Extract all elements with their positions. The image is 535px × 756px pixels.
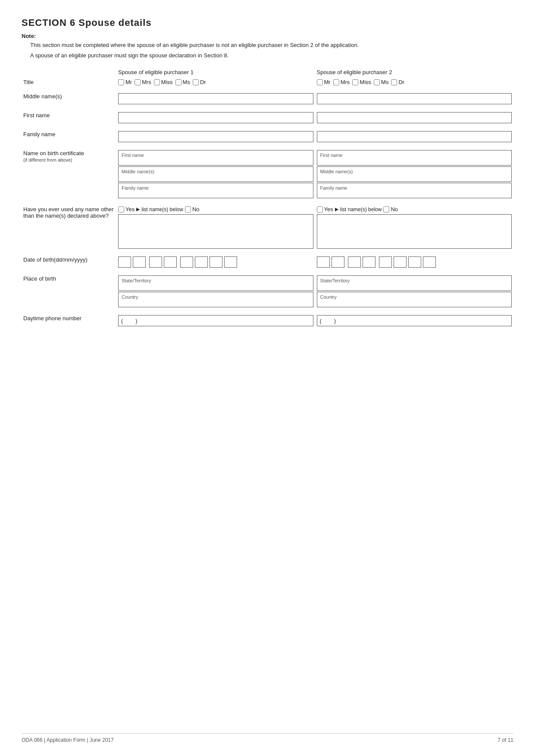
place-birth-inputs-2: State/Territory Country: [317, 275, 512, 307]
note-text-2: A spouse of an eligible purchaser must s…: [30, 51, 513, 60]
title-label: Title: [22, 77, 116, 87]
section-title: SECTION 6 Spouse details: [22, 17, 513, 28]
birth-cert-firstname-2[interactable]: [317, 150, 512, 166]
middle-name-label: Middle name(s): [22, 91, 116, 106]
birth-cert-familyname-1[interactable]: [118, 183, 313, 198]
title-checkboxes-1: Mr Mrs Miss Ms Dr: [118, 79, 313, 85]
checkbox-miss-1[interactable]: Miss: [154, 79, 173, 85]
footer-right: 7 of 11: [497, 737, 513, 743]
phone-input-1[interactable]: ( ): [118, 315, 313, 326]
col2-header: Spouse of eligible purchaser 2: [315, 67, 514, 77]
dob-year1-2[interactable]: [379, 256, 392, 268]
dob-month2-2[interactable]: [363, 256, 375, 268]
note-label: Note:: [22, 33, 513, 39]
birth-cert-middlename-2[interactable]: [317, 166, 512, 182]
checkbox-mrs-2[interactable]: Mrs: [333, 79, 350, 85]
other-names-yes-no-1: Yes ▶ list name(s) below No: [118, 206, 313, 212]
dob-label: Date of birth(dd/mm/yyyy): [22, 255, 116, 269]
dob-year2-2[interactable]: [394, 256, 407, 268]
dob-year2-1[interactable]: [195, 256, 208, 268]
family-name-input-1[interactable]: [118, 131, 313, 142]
dob-year3-2[interactable]: [408, 256, 421, 268]
dob-year4-2[interactable]: [423, 256, 436, 268]
dob-inputs-1: [118, 256, 313, 268]
place-of-birth-label: Place of birth: [22, 274, 116, 309]
place-birth-state-2[interactable]: [317, 275, 512, 291]
family-name-input-2[interactable]: [317, 131, 512, 142]
note-text-1: This section must be completed where the…: [30, 41, 513, 50]
other-names-yes-checkbox-2[interactable]: Yes: [317, 206, 333, 212]
other-names-no-checkbox-1[interactable]: No: [185, 206, 200, 212]
other-names-yes-checkbox-1[interactable]: Yes: [118, 206, 135, 212]
place-birth-country-2[interactable]: [317, 292, 512, 307]
birth-cert-inputs-1: First name Middle name(s) Family name: [118, 150, 313, 198]
checkbox-mrs-1[interactable]: Mrs: [135, 79, 151, 85]
col1-header: Spouse of eligible purchaser 1: [116, 67, 315, 77]
other-names-no-checkbox-2[interactable]: No: [383, 206, 398, 212]
place-birth-country-1[interactable]: [118, 292, 313, 307]
other-names-yes-no-2: Yes ▶ list name(s) below No: [317, 206, 512, 212]
place-birth-inputs-1: State/Territory Country: [118, 275, 313, 307]
dob-day2-1[interactable]: [133, 256, 146, 268]
other-names-textarea-2[interactable]: [317, 214, 512, 249]
dob-year4-1[interactable]: [224, 256, 237, 268]
checkbox-dr-1[interactable]: Dr: [193, 79, 206, 85]
other-names-textarea-1[interactable]: [118, 214, 313, 249]
first-name-label: First name: [22, 110, 116, 125]
dob-day-2[interactable]: [317, 256, 330, 268]
middle-name-input-1[interactable]: [118, 93, 313, 104]
footer: ODA 066 | Application Form | June 2017 7…: [22, 733, 513, 743]
first-name-input-1[interactable]: [118, 112, 313, 123]
other-names-label: Have you ever used any name other than t…: [22, 204, 116, 250]
footer-left: ODA 066 | Application Form | June 2017: [22, 737, 114, 743]
family-name-label: Family name: [22, 129, 116, 144]
birth-cert-inputs-2: First name Middle name(s) Family name: [317, 150, 512, 198]
birth-cert-label: Name on birth certificate (if different …: [22, 148, 116, 200]
dob-month-1[interactable]: [149, 256, 162, 268]
dob-month-2[interactable]: [348, 256, 361, 268]
phone-input-2[interactable]: ( ): [317, 315, 512, 326]
dob-day2-2[interactable]: [332, 256, 344, 268]
dob-year1-1[interactable]: [180, 256, 193, 268]
birth-cert-familyname-2[interactable]: [317, 183, 512, 198]
dob-year3-1[interactable]: [210, 256, 222, 268]
checkbox-mr-2[interactable]: Mr: [317, 79, 331, 85]
checkbox-ms-1[interactable]: Ms: [175, 79, 190, 85]
title-checkboxes-2: Mr Mrs Miss Ms Dr: [317, 79, 512, 85]
dob-month2-1[interactable]: [164, 256, 177, 268]
checkbox-dr-2[interactable]: Dr: [391, 79, 404, 85]
checkbox-mr-1[interactable]: Mr: [118, 79, 132, 85]
dob-day-1[interactable]: [118, 256, 131, 268]
phone-label: Daytime phone number: [22, 313, 116, 328]
birth-cert-firstname-1[interactable]: [118, 150, 313, 166]
checkbox-miss-2[interactable]: Miss: [352, 79, 371, 85]
first-name-input-2[interactable]: [317, 112, 512, 123]
middle-name-input-2[interactable]: [317, 93, 512, 104]
place-birth-state-1[interactable]: [118, 275, 313, 291]
birth-cert-middlename-1[interactable]: [118, 166, 313, 182]
checkbox-ms-2[interactable]: Ms: [374, 79, 388, 85]
dob-inputs-2: [317, 256, 512, 268]
